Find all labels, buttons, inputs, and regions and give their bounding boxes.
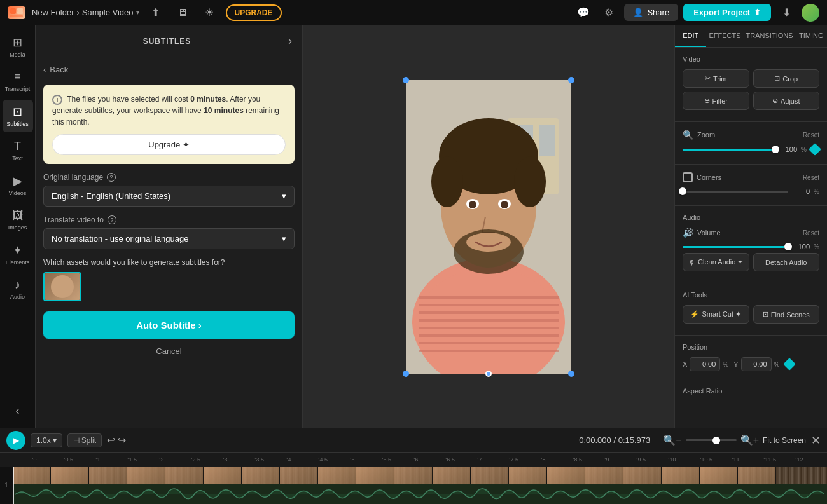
download-icon[interactable]: ⬇ bbox=[776, 3, 796, 23]
position-keyframe-icon[interactable] bbox=[783, 358, 796, 371]
play-button[interactable]: ▶ bbox=[6, 431, 25, 450]
back-button[interactable]: ‹ Back bbox=[43, 65, 68, 74]
asset-thumbnail[interactable] bbox=[43, 272, 81, 301]
volume-reset-button[interactable]: Reset bbox=[803, 229, 819, 236]
detach-audio-button[interactable]: Detach Audio bbox=[753, 253, 820, 271]
speed-button[interactable]: 1.0x ▾ bbox=[31, 433, 62, 447]
help-icon-2[interactable]: ? bbox=[108, 215, 116, 224]
sidebar-label-subtitles: Subtitles bbox=[6, 121, 29, 127]
svg-rect-16 bbox=[419, 342, 559, 344]
video-frame bbox=[406, 80, 571, 374]
volume-unit: % bbox=[814, 243, 819, 250]
clean-audio-button[interactable]: 🎙 Clean Audio ✦ bbox=[683, 253, 749, 271]
handle-bottom-right[interactable] bbox=[568, 371, 574, 377]
sidebar-label-media: Media bbox=[10, 51, 25, 58]
collapse-panel-button[interactable]: › bbox=[288, 34, 292, 48]
share-label: Share bbox=[647, 8, 669, 17]
translate-label-text: Translate video to bbox=[43, 215, 104, 224]
pos-x-value[interactable]: 0.00 bbox=[690, 357, 720, 371]
translate-select[interactable]: No translation - use original language ▾ bbox=[43, 228, 295, 249]
zoom-slider[interactable] bbox=[683, 149, 775, 151]
filter-button[interactable]: ⊕ Filter bbox=[683, 92, 749, 110]
zoom-reset-button[interactable]: Reset bbox=[803, 132, 819, 139]
zoom-value: 100 bbox=[779, 146, 797, 153]
ruler-mark-10: :5 bbox=[350, 456, 382, 463]
sidebar-item-transcript[interactable]: ≡ Transcript bbox=[3, 65, 33, 97]
crop-button[interactable]: ⊡ Crop bbox=[753, 69, 820, 88]
subtitles-header: SUBTITLES › bbox=[36, 25, 302, 57]
original-language-select[interactable]: English - English (United States) ▾ bbox=[43, 186, 295, 207]
pos-y-value[interactable]: 0.00 bbox=[741, 357, 772, 371]
share-button[interactable]: 👤 Share bbox=[624, 4, 678, 21]
assets-label: Which assets would you like to generate … bbox=[43, 258, 295, 267]
timeline-zoom-slider[interactable] bbox=[686, 439, 737, 441]
adjust-label: Adjust bbox=[781, 97, 800, 105]
sidebar-item-images[interactable]: 🖼 Images bbox=[3, 204, 33, 236]
chevron-down-icon[interactable]: ▾ bbox=[136, 9, 139, 16]
upgrade-button[interactable]: UPGRADE bbox=[226, 4, 282, 21]
auto-subtitle-button[interactable]: Auto Subtitle › bbox=[43, 311, 295, 339]
volume-slider[interactable] bbox=[683, 246, 788, 248]
svg-rect-17 bbox=[419, 350, 559, 352]
ruler-mark-16: :8 bbox=[541, 456, 573, 463]
sidebar-item-audio[interactable]: ♪ Audio bbox=[3, 273, 33, 305]
avatar[interactable] bbox=[802, 4, 819, 22]
file-name[interactable]: Sample Video bbox=[82, 8, 134, 17]
corners-section-title: Corners bbox=[697, 174, 721, 181]
ruler-mark-5: :2.5 bbox=[191, 456, 223, 463]
comment-icon[interactable]: 💬 bbox=[573, 3, 594, 23]
smart-cut-button[interactable]: ⚡ Smart Cut ✦ bbox=[683, 305, 749, 324]
subtitles-icon: ⊡ bbox=[13, 105, 22, 119]
cancel-button[interactable]: Cancel bbox=[43, 339, 295, 364]
export-button[interactable]: Export Project ⬆ bbox=[683, 4, 771, 21]
find-scenes-button[interactable]: ⊡ Find Scenes bbox=[753, 305, 820, 324]
elements-icon: ✦ bbox=[13, 243, 22, 257]
tab-effects[interactable]: EFFECTS bbox=[706, 25, 743, 47]
help-icon[interactable]: ? bbox=[107, 173, 116, 182]
corners-reset-button[interactable]: Reset bbox=[803, 174, 819, 181]
sidebar-item-media[interactable]: ⊞ Media bbox=[3, 31, 33, 63]
monitor-icon[interactable]: 🖥 bbox=[172, 3, 193, 23]
redo-button[interactable]: ↪ bbox=[118, 434, 126, 446]
handle-bottom-center[interactable] bbox=[485, 371, 492, 377]
folder-name[interactable]: New Folder bbox=[32, 8, 74, 17]
sidebar-item-elements[interactable]: ✦ Elements bbox=[3, 238, 33, 271]
sidebar-item-videos[interactable]: ▶ Videos bbox=[3, 169, 33, 201]
zoom-out-icon[interactable]: 🔍− bbox=[663, 434, 681, 446]
tab-transitions[interactable]: TRANSITIONS bbox=[744, 25, 796, 47]
undo-button[interactable]: ↩ bbox=[107, 434, 115, 446]
tab-timing[interactable]: TIMING bbox=[796, 25, 827, 47]
corners-header: Corners Reset bbox=[683, 172, 819, 182]
info-bold-2: 10 minutes bbox=[204, 106, 244, 115]
split-button[interactable]: ⊣ Split bbox=[67, 433, 102, 447]
handle-top-right[interactable] bbox=[568, 77, 574, 83]
sidebar-item-text[interactable]: T Text bbox=[3, 135, 33, 167]
close-timeline-button[interactable]: ✕ bbox=[811, 433, 821, 447]
fit-to-screen-button[interactable]: Fit to Screen bbox=[763, 436, 806, 445]
svg-point-25 bbox=[501, 201, 508, 208]
zoom-section-title: Zoom bbox=[697, 131, 715, 139]
sidebar-item-subtitles[interactable]: ⊡ Subtitles bbox=[3, 100, 33, 132]
svg-point-20 bbox=[431, 156, 463, 207]
zoom-in-icon[interactable]: 🔍+ bbox=[740, 434, 759, 446]
ruler-mark-14: :7 bbox=[477, 456, 509, 463]
svg-rect-7 bbox=[539, 125, 555, 156]
settings-icon[interactable]: ⚙ bbox=[599, 3, 619, 23]
handle-bottom-left[interactable] bbox=[403, 371, 409, 377]
sidebar-item-collapse[interactable]: ‹ bbox=[3, 399, 33, 423]
upgrade-panel-button[interactable]: Upgrade ✦ bbox=[52, 134, 286, 155]
track-content[interactable] bbox=[13, 467, 827, 504]
adjust-button[interactable]: ⊜ Adjust bbox=[753, 92, 820, 110]
handle-top-left[interactable] bbox=[403, 77, 409, 83]
corners-slider[interactable] bbox=[683, 191, 788, 193]
tab-edit[interactable]: EDIT bbox=[675, 25, 706, 47]
upload-icon[interactable]: ⬆ bbox=[146, 3, 166, 23]
ruler-mark-21: :10.5 bbox=[700, 456, 732, 463]
crop-label: Crop bbox=[782, 75, 798, 83]
volume-label: Volume bbox=[697, 229, 721, 236]
zoom-header: 🔍 Zoom Reset bbox=[683, 130, 819, 140]
trim-button[interactable]: ✂ Trim bbox=[683, 69, 749, 88]
sun-icon[interactable]: ☀ bbox=[199, 3, 219, 23]
zoom-keyframe-icon[interactable] bbox=[809, 143, 821, 156]
svg-rect-1 bbox=[17, 8, 23, 11]
